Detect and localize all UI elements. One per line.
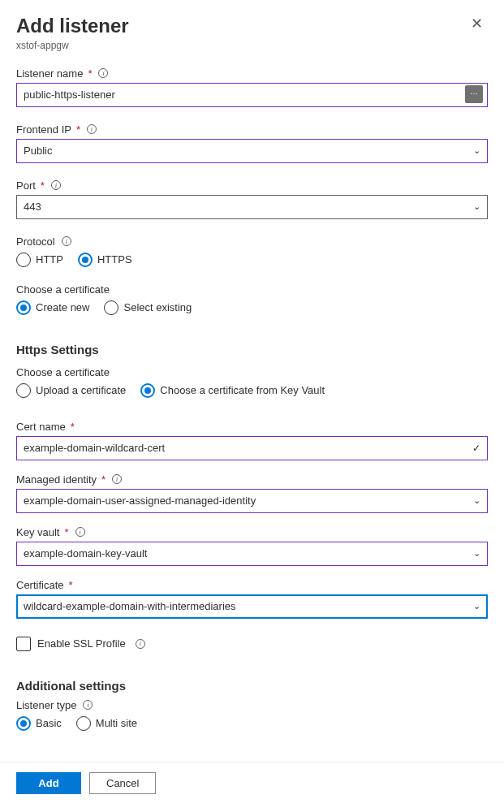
radio-selected-icon <box>16 716 31 731</box>
cert-select-existing-radio[interactable]: Select existing <box>104 300 192 315</box>
required-asterisk: * <box>69 579 73 591</box>
choose-cert-label: Choose a certificate <box>16 283 488 296</box>
checkmark-icon: ✓ <box>472 443 480 454</box>
info-icon[interactable]: i <box>83 700 93 710</box>
protocol-label-text: Protocol <box>16 235 55 248</box>
key-vault-label-text: Key vault <box>16 526 59 538</box>
certificate-label-text: Certificate <box>16 579 64 591</box>
info-icon[interactable]: i <box>87 124 97 134</box>
cert-name-input[interactable]: example-domain-wildcard-cert ✓ <box>16 436 488 460</box>
key-vault-label: Key vault * i <box>16 526 488 538</box>
cert-select-existing-label: Select existing <box>123 301 192 313</box>
additional-settings-heading: Additional settings <box>16 679 488 693</box>
listener-type-basic-label: Basic <box>36 717 62 729</box>
port-select[interactable]: 443 ⌄ <box>16 195 488 219</box>
add-button[interactable]: Add <box>16 772 81 794</box>
listener-type-label-text: Listener type <box>16 699 76 711</box>
listener-type-basic-radio[interactable]: Basic <box>16 716 62 731</box>
required-asterisk: * <box>71 421 75 433</box>
info-icon[interactable]: i <box>136 639 145 649</box>
managed-identity-select[interactable]: example-domain-user-assigned-managed-ide… <box>16 489 488 513</box>
cert-name-label-text: Cert name <box>16 421 66 433</box>
info-icon[interactable]: i <box>62 236 71 246</box>
listener-name-label: Listener name * i <box>16 67 488 80</box>
info-icon[interactable]: i <box>112 474 122 484</box>
close-icon: ✕ <box>471 15 483 32</box>
frontend-ip-value: Public <box>24 145 52 157</box>
listener-type-multi-label: Multi site <box>96 717 137 729</box>
cert-create-new-label: Create new <box>36 301 89 313</box>
listener-type-multi-radio[interactable]: Multi site <box>76 716 137 731</box>
radio-icon <box>104 300 118 315</box>
radio-selected-icon <box>16 300 31 315</box>
listener-type-label: Listener type i <box>16 699 488 711</box>
protocol-label: Protocol i <box>16 235 488 248</box>
key-vault-select[interactable]: example-domain-key-vault ⌄ <box>16 542 488 566</box>
enable-ssl-checkbox[interactable] <box>16 637 31 651</box>
protocol-http-label: HTTP <box>36 253 63 266</box>
info-icon[interactable]: i <box>51 180 61 190</box>
https-settings-heading: Https Settings <box>16 343 488 356</box>
required-asterisk: * <box>76 123 80 136</box>
chevron-down-icon: ⌄ <box>473 548 480 559</box>
cancel-button[interactable]: Cancel <box>89 772 156 794</box>
required-asterisk: * <box>101 473 106 486</box>
radio-selected-icon <box>78 253 93 267</box>
port-value: 443 <box>24 201 41 213</box>
upload-cert-radio[interactable]: Upload a certificate <box>16 383 126 398</box>
protocol-http-radio[interactable]: HTTP <box>16 253 63 267</box>
chevron-down-icon: ⌄ <box>473 495 480 506</box>
cert-name-label: Cert name * <box>16 421 488 433</box>
certificate-label: Certificate * <box>16 579 488 591</box>
frontend-ip-label: Frontend IP * i <box>16 123 488 136</box>
required-asterisk: * <box>88 67 92 80</box>
radio-icon <box>16 383 31 398</box>
managed-identity-label: Managed identity * i <box>16 473 488 486</box>
key-vault-value: example-domain-key-vault <box>24 547 147 559</box>
enable-ssl-label: Enable SSL Profile <box>37 637 126 650</box>
keyvault-cert-radio[interactable]: Choose a certificate from Key Vault <box>140 383 325 398</box>
frontend-ip-select[interactable]: Public ⌄ <box>16 139 488 163</box>
choose-cert-source-label: Choose a certificate <box>16 366 488 378</box>
listener-name-value: public-https-listener <box>24 89 115 101</box>
managed-identity-value: example-domain-user-assigned-managed-ide… <box>24 495 256 507</box>
cert-name-value: example-domain-wildcard-cert <box>24 442 165 454</box>
protocol-https-label: HTTPS <box>97 253 132 266</box>
certificate-select[interactable]: wildcard-example-domain-with-intermediar… <box>16 594 488 619</box>
close-button[interactable]: ✕ <box>466 15 488 32</box>
page-title: Add listener <box>16 15 129 38</box>
managed-identity-label-text: Managed identity <box>16 473 97 486</box>
chevron-down-icon: ⌄ <box>473 601 480 611</box>
radio-selected-icon <box>140 383 155 398</box>
port-label: Port * i <box>16 179 488 192</box>
input-suggestion-icon[interactable]: ⋯ <box>465 85 483 103</box>
keyvault-cert-label: Choose a certificate from Key Vault <box>160 384 325 396</box>
certificate-value: wildcard-example-domain-with-intermediar… <box>24 600 236 612</box>
listener-name-input[interactable]: public-https-listener <box>16 83 488 107</box>
upload-cert-label: Upload a certificate <box>36 384 126 396</box>
protocol-https-radio[interactable]: HTTPS <box>78 253 132 267</box>
radio-icon <box>76 716 91 731</box>
required-asterisk: * <box>64 526 68 538</box>
info-icon[interactable]: i <box>75 527 85 537</box>
required-asterisk: * <box>41 179 45 192</box>
frontend-ip-label-text: Frontend IP <box>16 123 71 136</box>
cert-create-new-radio[interactable]: Create new <box>16 300 89 315</box>
listener-name-label-text: Listener name <box>16 67 83 80</box>
chevron-down-icon: ⌄ <box>473 145 480 156</box>
resource-subtitle: xstof-appgw <box>16 40 129 51</box>
radio-icon <box>16 253 31 267</box>
chevron-down-icon: ⌄ <box>473 201 480 212</box>
info-icon[interactable]: i <box>98 68 108 78</box>
port-label-text: Port <box>16 179 36 192</box>
